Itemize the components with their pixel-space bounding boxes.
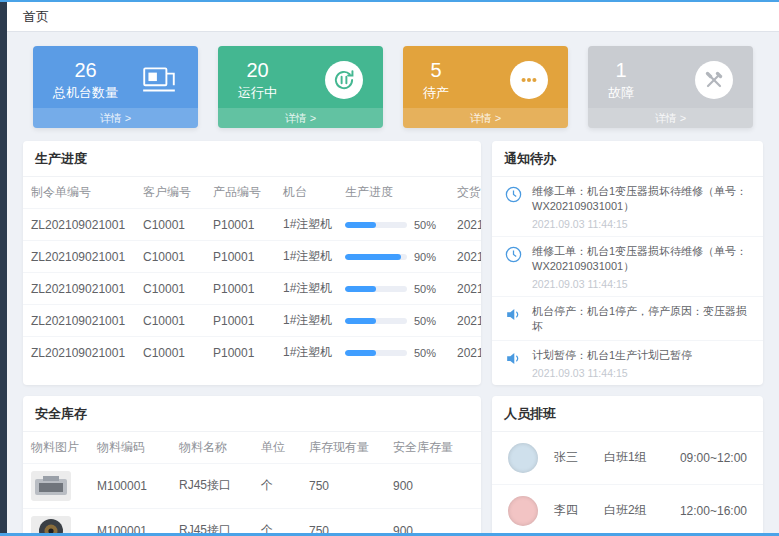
cell-progress: 50% xyxy=(337,209,449,241)
card-detail-link[interactable]: 详情 > xyxy=(33,108,198,128)
cell-order: ZL202109021001 xyxy=(23,209,135,241)
col-header: 物料编码 xyxy=(89,432,171,464)
cell-product: P10001 xyxy=(205,241,275,273)
cell-customer: C10001 xyxy=(135,305,205,337)
card-info: 26 总机台数量 xyxy=(53,59,118,102)
col-header: 生产进度 xyxy=(337,177,449,209)
cell-customer: C10001 xyxy=(135,273,205,305)
cell-progress: 50% xyxy=(337,273,449,305)
cell-order: ZL202109021001 xyxy=(23,305,135,337)
cell-date: 2021-09-10 xyxy=(449,305,481,337)
card-detail-link[interactable]: 详情 > xyxy=(588,108,753,128)
card-main: 1 故障 xyxy=(588,46,753,108)
card-detail-link[interactable]: 详情 > xyxy=(218,108,383,128)
notification-item[interactable]: 维修工单：机台1变压器损坏待维修（单号：WX202109031001） 2021… xyxy=(492,177,763,237)
panel-notifications: 通知待办 维修工单：机台1变压器损坏待维修（单号：WX202109031001）… xyxy=(492,141,763,385)
tools-icon xyxy=(695,61,733,99)
cell-machine: 1#注塑机 xyxy=(275,305,337,337)
cell-unit: 个 xyxy=(253,463,301,508)
table-row: ZL202109021001 C10001 P10001 1#注塑机 50% 2… xyxy=(23,273,481,305)
stat-label: 故障 xyxy=(608,84,634,102)
notification-time: 2021.09.03 11:44:15 xyxy=(532,218,751,230)
card-detail-link[interactable]: 详情 > xyxy=(403,108,568,128)
cell-stock: 750 xyxy=(301,463,385,508)
progress-bar: 90% xyxy=(345,251,441,263)
cell-order: ZL202109021001 xyxy=(23,337,135,369)
cell-machine: 1#注塑机 xyxy=(275,337,337,369)
panel-title: 安全库存 xyxy=(23,396,481,432)
progress-track xyxy=(345,318,407,324)
col-header: 安全库存量 xyxy=(385,432,481,464)
cell-progress: 50% xyxy=(337,337,449,369)
card-main: 5 待产 xyxy=(403,46,568,108)
progress-label: 50% xyxy=(414,347,436,359)
table-header-row: 物料图片 物料编码 物料名称 单位 库存现有量 安全库存量 xyxy=(23,432,481,464)
col-header: 机台 xyxy=(275,177,337,209)
table-row: ZL202109021001 C10001 P10001 1#注塑机 90% 2… xyxy=(23,241,481,273)
table-row: M100001 RJ45接口 个 750 900 xyxy=(23,463,481,508)
speaker-icon xyxy=(504,349,524,369)
stat-label: 运行中 xyxy=(238,84,277,102)
col-header: 产品编号 xyxy=(205,177,275,209)
progress-bar: 50% xyxy=(345,283,441,295)
col-header: 库存现有量 xyxy=(301,432,385,464)
avatar xyxy=(508,496,538,526)
stat-card-running: 20 运行中 详情 > xyxy=(218,46,383,128)
notification-item[interactable]: 计划暂停：机台1生产计划已暂停 2021.09.03 11:44:15 xyxy=(492,341,763,384)
running-icon xyxy=(325,61,363,99)
stat-card-waiting: 5 待产 详情 > xyxy=(403,46,568,128)
cell-progress: 50% xyxy=(337,305,449,337)
card-main: 26 总机台数量 xyxy=(33,46,198,108)
person-shift: 白班2组 xyxy=(604,502,680,519)
col-header: 物料图片 xyxy=(23,432,89,464)
icon-circle xyxy=(325,61,363,99)
table-row: ZL202109021001 C10001 P10001 1#注塑机 50% 2… xyxy=(23,337,481,369)
progress-label: 50% xyxy=(414,219,436,231)
panel-production-progress: 生产进度 制令单编号 客户编号 产品编号 机台 生产进度 交货日期 xyxy=(23,141,481,385)
person-shift: 白班1组 xyxy=(604,449,680,466)
progress-label: 90% xyxy=(414,251,436,263)
window-top-border xyxy=(0,0,779,2)
avatar xyxy=(508,443,538,473)
icon-circle xyxy=(695,61,733,99)
notification-text: 计划暂停：机台1生产计划已暂停 xyxy=(532,348,692,363)
col-header: 物料名称 xyxy=(171,432,253,464)
col-header: 交货日期 xyxy=(449,177,481,209)
notification-time: 2021.09.03 11:44:15 xyxy=(532,278,751,290)
person-name: 张三 xyxy=(554,449,604,466)
notification-text: 维修工单：机台1变压器损坏待维修（单号：WX202109031001） xyxy=(532,184,751,215)
notification-item[interactable]: 维修工单：机台1变压器损坏待维修（单号：WX202109031001） 2021… xyxy=(492,237,763,297)
ellipsis-icon xyxy=(510,61,548,99)
stat-cards-row: 26 总机台数量 详情 > 20 xyxy=(33,46,753,128)
cell-unit: 个 xyxy=(253,508,301,533)
notification-body: 计划暂停：机台1生产计划已暂停 2021.09.03 11:44:15 xyxy=(532,348,692,378)
notification-time: 2021.09.03 11:44:15 xyxy=(532,367,692,379)
rj45-connector-photo xyxy=(31,471,71,501)
table-header-row: 制令单编号 客户编号 产品编号 机台 生产进度 交货日期 xyxy=(23,177,481,209)
progress-fill xyxy=(345,286,376,292)
table-row: M100001 RJ45接口 个 750 900 xyxy=(23,508,481,533)
person-time: 09:00~12:00 xyxy=(680,451,747,465)
clock-icon xyxy=(504,185,524,205)
cell-stock: 750 xyxy=(301,508,385,533)
cell-progress: 90% xyxy=(337,241,449,273)
tab-bar: 首页 xyxy=(7,2,779,32)
notification-item[interactable]: 机台停产：机台1停产，停产原因：变压器损坏 xyxy=(492,297,763,342)
panel-title: 通知待办 xyxy=(492,141,763,177)
col-header: 单位 xyxy=(253,432,301,464)
cell-customer: C10001 xyxy=(135,209,205,241)
schedule-row: 李四 白班2组 12:00~16:00 xyxy=(492,485,763,533)
panel-safety-inventory: 安全库存 物料图片 物料编码 物料名称 单位 库存现有量 安全库存量 xyxy=(23,396,481,533)
cell-safety: 900 xyxy=(385,463,481,508)
cell-machine: 1#注塑机 xyxy=(275,273,337,305)
cell-code: M100001 xyxy=(89,463,171,508)
progress-track xyxy=(345,286,407,292)
progress-track xyxy=(345,350,407,356)
tab-home[interactable]: 首页 xyxy=(23,8,49,26)
cell-image xyxy=(23,508,89,533)
notification-body: 维修工单：机台1变压器损坏待维修（单号：WX202109031001） 2021… xyxy=(532,244,751,290)
cell-product: P10001 xyxy=(205,273,275,305)
progress-label: 50% xyxy=(414,283,436,295)
panel-personnel-schedule: 人员排班 张三 白班1组 09:00~12:00 李四 白班2组 12:00~1… xyxy=(492,396,763,533)
cell-name: RJ45接口 xyxy=(171,463,253,508)
